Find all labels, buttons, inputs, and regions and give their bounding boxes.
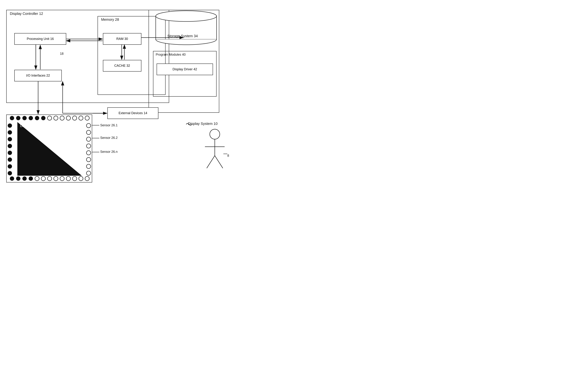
svg-point-14 — [8, 130, 12, 135]
ram-box: RAM 30 — [103, 33, 142, 45]
io-interfaces-label: I/O Interfaces 22 — [26, 74, 50, 77]
svg-point-18 — [8, 157, 12, 162]
svg-point-2 — [22, 116, 27, 120]
svg-point-39 — [86, 157, 91, 162]
svg-point-30 — [66, 176, 71, 181]
svg-point-4 — [35, 116, 39, 120]
ram-label: RAM 30 — [116, 37, 128, 41]
svg-line-64 — [215, 156, 223, 168]
svg-point-3 — [29, 116, 33, 120]
svg-point-40 — [86, 164, 91, 168]
processing-unit-box: Processing Unit 16 — [14, 33, 66, 45]
svg-point-5 — [41, 116, 45, 120]
svg-point-60 — [210, 129, 220, 139]
memory-label: Memory 28 — [101, 17, 119, 22]
cache-box: CACHE 32 — [103, 60, 142, 71]
label-8: 8 — [227, 154, 229, 158]
processing-unit-label: Processing Unit 16 — [27, 37, 54, 41]
storage-system-label: Storage System 34 — [156, 34, 209, 38]
svg-point-34 — [86, 124, 91, 128]
external-devices-label: External Devices 14 — [118, 111, 147, 115]
svg-point-38 — [86, 151, 91, 155]
svg-point-8 — [60, 116, 64, 120]
display-24-label: Display 24 — [20, 124, 37, 128]
svg-point-16 — [8, 144, 12, 148]
svg-point-24 — [29, 176, 33, 181]
io-interfaces-box: I/O Interfaces 22 — [14, 70, 62, 81]
svg-point-41 — [86, 171, 91, 175]
svg-point-21 — [10, 176, 14, 181]
display-driver-box: Display Driver 42 — [156, 64, 213, 75]
svg-point-26 — [41, 176, 45, 181]
sensor-n-label: Sensor 26.n — [100, 150, 118, 154]
svg-point-19 — [8, 164, 12, 168]
svg-point-12 — [85, 116, 89, 120]
svg-point-10 — [72, 116, 77, 120]
svg-point-9 — [66, 116, 71, 120]
svg-point-17 — [8, 151, 12, 155]
program-modules-label: Program Modules 40 — [156, 53, 185, 56]
svg-point-1 — [16, 116, 20, 120]
svg-point-36 — [86, 137, 91, 141]
svg-point-31 — [72, 176, 77, 181]
svg-point-6 — [47, 116, 52, 120]
svg-point-0 — [10, 116, 14, 120]
display-screen — [17, 122, 82, 176]
svg-point-22 — [16, 176, 20, 181]
svg-point-25 — [35, 176, 39, 181]
external-devices-box: External Devices 14 — [107, 107, 158, 119]
sensor-2-label: Sensor 26.2 — [100, 136, 118, 140]
sensor-1-label: Sensor 26.1 — [100, 124, 118, 127]
display-driver-label: Display Driver 42 — [172, 68, 197, 71]
svg-point-37 — [86, 144, 91, 148]
display-dots-left — [7, 122, 16, 178]
display-24-panel: Display 24 — [6, 114, 92, 182]
cache-label: CACHE 32 — [114, 64, 130, 68]
svg-point-27 — [47, 176, 52, 181]
display-dots-right — [82, 122, 92, 178]
svg-line-63 — [207, 156, 215, 168]
display-dots-bottom — [7, 173, 92, 182]
svg-point-23 — [22, 176, 27, 181]
label-18: 18 — [60, 52, 64, 56]
svg-point-35 — [86, 130, 91, 135]
svg-point-13 — [8, 124, 12, 128]
diagram: Display Controller 12 Memory 28 Processi… — [0, 0, 284, 196]
svg-point-28 — [54, 176, 58, 181]
svg-point-11 — [79, 116, 83, 120]
display-system-label: Display System 10 — [188, 122, 218, 126]
display-controller-label: Display Controller 12 — [10, 12, 43, 16]
svg-point-7 — [54, 116, 58, 120]
svg-point-15 — [8, 137, 12, 141]
svg-point-29 — [60, 176, 64, 181]
display-dots-top — [7, 115, 92, 124]
